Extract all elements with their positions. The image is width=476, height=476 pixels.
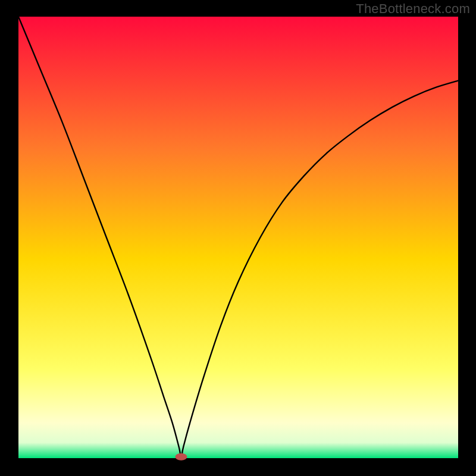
watermark-text: TheBottleneck.com — [356, 1, 470, 17]
chart-frame: TheBottleneck.com — [0, 0, 476, 476]
plot-gradient-area — [18, 17, 458, 458]
bottleneck-chart — [0, 0, 476, 476]
minimum-marker — [175, 453, 187, 461]
